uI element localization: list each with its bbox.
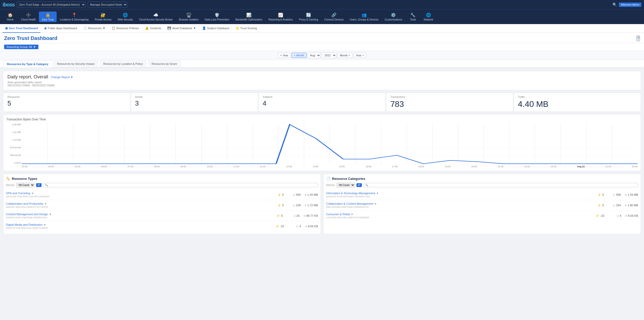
resource-type-id-1: 4a5fa2f1-6849-4312-a58a-07791716072f bbox=[6, 206, 271, 208]
row-filter-icon-1[interactable]: ▼ bbox=[44, 202, 47, 205]
cat-filter-icon-1[interactable]: ▼ bbox=[374, 202, 377, 205]
search-input-types[interactable] bbox=[43, 183, 318, 187]
resource-type-id-2: 2efc6f19-529b-4768-80ab-e0f4fd5325c5 bbox=[6, 216, 270, 219]
nav-private-access-label: Private Access bbox=[95, 18, 112, 21]
score-icon-3: ⚡ bbox=[275, 225, 279, 228]
row-cat-left-0: Information & Technology Management ▼ ac… bbox=[326, 192, 591, 198]
tab-type-category[interactable]: Resources by Type & Category bbox=[3, 60, 52, 68]
sort-label-types: Sort by: bbox=[6, 184, 15, 187]
cat-filter-icon-2[interactable]: ▼ bbox=[351, 213, 353, 216]
resource-type-name-0[interactable]: VPN and Tunneling ▼ bbox=[6, 192, 271, 195]
stat-subjects: Subjects 4 bbox=[258, 93, 386, 112]
year-select[interactable]: 2022 bbox=[322, 53, 336, 58]
resource-type-name-3[interactable]: Digital Media and Distribution ▼ bbox=[6, 223, 271, 226]
row-filter-icon-0[interactable]: ▼ bbox=[31, 192, 34, 195]
month-select[interactable]: Aug bbox=[308, 53, 321, 58]
subnav-asset-database[interactable]: 💾 Asset Database ▼ bbox=[165, 24, 199, 33]
year-next-button[interactable]: Year > bbox=[353, 53, 366, 58]
filter-bar: Reporting Group: All ▼ bbox=[0, 43, 644, 51]
change-report-button[interactable]: Change Report ▼ bbox=[51, 76, 73, 79]
filter-button-cats[interactable]: IF bbox=[356, 183, 362, 187]
subnav-resource-policies[interactable]: 📋 Resource Policies bbox=[109, 24, 141, 33]
reporting-group-label: Reporting Group: All bbox=[7, 45, 32, 48]
tab-location-policy[interactable]: Resources by Location & Policy bbox=[99, 60, 147, 67]
incidents-icon: ⚠️ bbox=[145, 26, 149, 30]
table-row: VPN and Tunneling ▼ d261e19b-7b0a-4039-a… bbox=[6, 190, 318, 200]
nav-users[interactable]: 👥 Users, Groups & Devices bbox=[347, 12, 382, 22]
resource-categories-header: 📄 Resource Categories bbox=[326, 177, 638, 181]
resource-cat-name-0[interactable]: Information & Technology Management ▼ bbox=[326, 192, 591, 195]
cat-score-icon-0: ⚡ bbox=[598, 193, 601, 197]
row-left-0: VPN and Tunneling ▼ d261e19b-7b0a-4039-a… bbox=[6, 192, 271, 198]
nav-connect[interactable]: 🔗 Connect Devices bbox=[321, 12, 347, 22]
search-input-cats[interactable] bbox=[363, 183, 638, 187]
x-label-5: 08:00 bbox=[154, 165, 160, 168]
reporting-icon: 📈 bbox=[278, 13, 283, 17]
nav-network[interactable]: 🌐 Network bbox=[421, 12, 436, 22]
subnav-resources[interactable]: 📄 Resources ▼ bbox=[81, 24, 108, 33]
nav-proxy[interactable]: 🔄 Proxy & Caching bbox=[296, 12, 321, 22]
resource-type-name-1[interactable]: Collaboration and Productivity ▼ bbox=[6, 202, 271, 205]
tab-score[interactable]: Resources by Score bbox=[148, 60, 181, 67]
search-icon[interactable]: 🔍 bbox=[612, 3, 617, 7]
metric-tx-0: ◇ 508 bbox=[288, 193, 301, 197]
table-row: Collaboration & Content Management ▼ 0f8… bbox=[326, 200, 638, 211]
row-cat-left-1: Collaboration & Content Management ▼ 0f8… bbox=[326, 202, 591, 208]
filter-button-types[interactable]: IF bbox=[36, 183, 42, 187]
nav-reporting[interactable]: 📈 Reporting & Analytics bbox=[265, 12, 296, 22]
subnav-trust-scoring[interactable]: ⭐ Trust Scoring bbox=[233, 24, 260, 33]
cat-filter-icon-0[interactable]: ▼ bbox=[376, 192, 379, 195]
nav-bandwidth[interactable]: 📊 Bandwidth Optimization bbox=[232, 12, 265, 22]
nav-tools[interactable]: 🔧 Tools bbox=[405, 12, 421, 22]
row-filter-icon-2[interactable]: ▼ bbox=[49, 213, 52, 216]
sort-select-types[interactable]: Hit Count bbox=[16, 183, 35, 188]
help-button[interactable]: ? bbox=[637, 36, 640, 41]
resource-cat-id-2: c107d7dd-4c5a-4f9c-a39b-d737cb40b559 bbox=[326, 216, 592, 219]
nav-connect-label: Connect Devices bbox=[324, 18, 344, 21]
subnav-zt-dashboard[interactable]: ◉ Zero Trust Dashboard bbox=[3, 24, 40, 33]
resource-type-name-2[interactable]: Content Management and Design ▼ bbox=[6, 213, 270, 216]
metric-tx-3: ◇ 4 bbox=[288, 225, 301, 228]
node-selector[interactable]: Manage Decoupled Node bbox=[88, 2, 127, 8]
resource-cat-name-2[interactable]: Consumer & Retail ▼ bbox=[326, 213, 592, 216]
account-selector[interactable]: Zero Trust Edge - Account 48 (Delegated … bbox=[17, 2, 86, 8]
subnav-public-apps[interactable]: ◉ Public Apps Dashboard bbox=[42, 24, 79, 33]
metric-score-1: ⚡ 0 bbox=[271, 204, 284, 207]
top-bar-right: 🔍 Welcome Admin bbox=[612, 3, 641, 7]
table-row: Consumer & Retail ▼ c107d7dd-4c5a-4f9c-a… bbox=[326, 211, 638, 221]
stats-row: Resources 5 Assets 3 Subjects 4 Transact… bbox=[3, 93, 641, 112]
nav-zero-trust[interactable]: 🔒 Zero Trust bbox=[39, 12, 57, 22]
nav-private-access[interactable]: 🔐 Private Access bbox=[92, 12, 115, 22]
proxy-icon: 🔄 bbox=[306, 13, 311, 17]
month-prev-button[interactable]: < Month bbox=[292, 53, 306, 58]
nav-web-security[interactable]: 🌐 Web Security bbox=[115, 12, 136, 22]
sort-select-cats[interactable]: Hit Count bbox=[336, 183, 355, 188]
nav-customizations[interactable]: ⚙️ Customizations bbox=[382, 12, 405, 22]
x-label-21: Aug 22 bbox=[577, 165, 585, 168]
year-prev-button[interactable]: < Year bbox=[278, 53, 291, 58]
tab-security-impact[interactable]: Resources by Security Impact bbox=[53, 60, 98, 67]
row-metrics-2: ⚡ 0 ◇ 26 ≡ 89.77 KB bbox=[270, 214, 318, 218]
nav-casb[interactable]: ☁️ Cloud Access Security Broker bbox=[136, 12, 176, 22]
resource-cat-id-1: 0f86c19d-fb63-408c-b488-003b60803705 bbox=[326, 206, 591, 208]
month-next-button[interactable]: Month > bbox=[338, 53, 352, 58]
report-title-text: Daily report, Overall bbox=[7, 74, 48, 80]
subnav-subject-database[interactable]: 👤 Subject Database bbox=[200, 24, 232, 33]
nav-locations[interactable]: 📍 Locations & Geomapping bbox=[57, 12, 91, 22]
nav-home[interactable]: 🏠 Home bbox=[3, 12, 18, 22]
nav-browser[interactable]: 🖥️ Browser Isolation bbox=[176, 12, 202, 22]
subnav-incidents[interactable]: ⚠️ Incidents bbox=[142, 24, 164, 33]
resource-cat-name-1[interactable]: Collaboration & Content Management ▼ bbox=[326, 202, 591, 205]
metric-traffic-1: ≡ 1.72 MB bbox=[305, 204, 318, 207]
reporting-group-button[interactable]: Reporting Group: All ▼ bbox=[4, 45, 38, 49]
resource-cat-id-0: acd391d1-9134-4874-b9e3-5634d997c263 bbox=[326, 195, 591, 198]
locations-icon: 📍 bbox=[72, 13, 77, 17]
nav-cloud-health[interactable]: ➕ Cloud Health bbox=[18, 12, 39, 22]
metric-score-0: ⚡ 0 bbox=[271, 193, 284, 197]
asset-dropdown-icon: ▼ bbox=[193, 27, 196, 30]
row-metrics-3: ⚡ -10 ◇ 4 ≡ 8.06 KB bbox=[271, 225, 318, 228]
nav-proxy-label: Proxy & Caching bbox=[299, 18, 318, 21]
tx-icon-0: ◇ bbox=[293, 193, 295, 197]
nav-dlp[interactable]: 🛡️ Data Loss Prevention bbox=[202, 12, 232, 22]
row-filter-icon-3[interactable]: ▼ bbox=[44, 223, 46, 226]
